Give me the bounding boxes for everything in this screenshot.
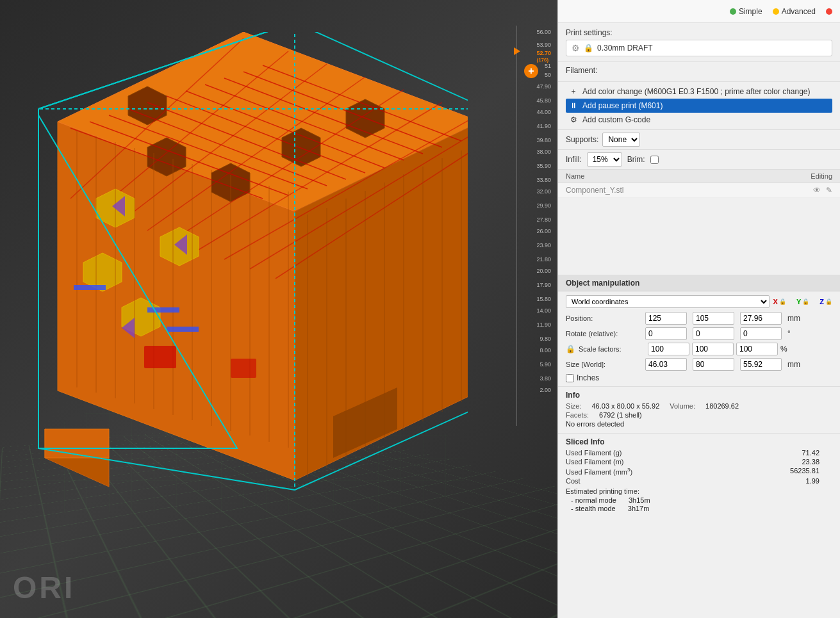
filament-m-row: Used Filament (m) 23.38: [566, 458, 832, 466]
advanced-mode-option[interactable]: Advanced: [773, 7, 816, 16]
filament-label: Filament:: [566, 66, 832, 75]
object-row[interactable]: Component_Y.stl 👁 ✎: [558, 183, 840, 198]
rotate-x-input[interactable]: [645, 327, 687, 340]
filament-g-label: Used Filament (g): [566, 449, 622, 457]
rotate-label: Rotate (relative):: [566, 330, 643, 337]
filament-mm3-value: 56235.81: [790, 467, 819, 476]
volume-value: 180269.62: [705, 402, 739, 410]
svg-rect-57: [147, 307, 179, 313]
advanced-mode-indicator: [773, 8, 779, 15]
svg-rect-62: [144, 346, 176, 368]
size-label: Size [World]:: [566, 361, 643, 368]
origin-label: ORI: [13, 570, 75, 605]
print-settings-value: 0.30mm DRAFT: [597, 44, 653, 53]
filament-mm3-row: Used Filament (mm3) 56235.81: [566, 467, 832, 476]
right-panel: Simple Advanced Print settings: ⚙ 🔒 0.30…: [557, 0, 840, 618]
cost-value: 1.99: [806, 477, 819, 485]
simple-mode-label: Simple: [739, 7, 762, 16]
svg-marker-65: [45, 429, 109, 458]
normal-mode-label: - normal mode: [571, 496, 616, 504]
rotate-y-input[interactable]: [693, 327, 734, 340]
editing-col-header: Editing: [811, 172, 832, 180]
normal-mode-value: 3h15m: [629, 496, 650, 504]
volume-label: Volume:: [670, 402, 695, 410]
object-name: Component_Y.stl: [566, 186, 624, 195]
position-y-input[interactable]: [693, 312, 734, 325]
add-button[interactable]: +: [524, 64, 538, 78]
scale-label: Scale factors:: [579, 345, 645, 353]
facets-label: Facets:: [566, 411, 589, 419]
stealth-mode-row: - stealth mode 3h17m: [571, 505, 832, 512]
x-label: X: [773, 298, 778, 305]
position-unit: mm: [787, 314, 813, 323]
manipulation-section: Object manipulation World coordinatesLoc…: [558, 275, 840, 387]
y-lock-icon: 🔒: [802, 298, 809, 305]
pause-print-icon: ⏸: [568, 101, 579, 111]
infill-select[interactable]: 15%: [587, 152, 622, 167]
size-z-input[interactable]: [740, 358, 782, 371]
svg-rect-56: [74, 285, 106, 290]
close-button[interactable]: [826, 8, 832, 15]
eye-icon[interactable]: 👁: [813, 186, 821, 195]
svg-rect-58: [167, 327, 199, 332]
filament-mm3-label: Used Filament (mm3): [566, 467, 632, 476]
info-errors-row: No errors detected: [566, 420, 832, 428]
scale-lock-icon: 🔒: [566, 345, 576, 354]
info-size-row: Size: 46.03 x 80.00 x 55.92 Volume: 1802…: [566, 402, 832, 410]
size-x-input[interactable]: [645, 358, 687, 371]
top-bar: Simple Advanced: [558, 0, 840, 23]
3d-object: [19, 32, 468, 512]
svg-rect-63: [231, 359, 256, 378]
position-x-input[interactable]: [645, 312, 687, 325]
facets-value: 6792 (1 shell): [599, 411, 642, 419]
supports-row: Supports: None: [558, 130, 840, 150]
action-color-change-label: Add color change (M600G1 E0.3 F1500 ; pr…: [582, 87, 811, 96]
coord-system-select[interactable]: World coordinatesLocal coordinates: [566, 295, 770, 308]
action-custom-gcode-label: Add custom G-code: [582, 115, 650, 124]
actions-section: + Add color change (M600G1 E0.3 F1500 ; …: [558, 82, 840, 130]
filament-g-value: 71.42: [802, 449, 819, 457]
info-header: Info: [566, 391, 832, 400]
action-custom-gcode[interactable]: ⚙ Add custom G-code: [566, 113, 832, 127]
stealth-mode-value: 3h17m: [628, 505, 650, 512]
errors-value: No errors detected: [566, 420, 624, 428]
y-axis-header: Y 🔒: [796, 298, 809, 305]
scale-y-input[interactable]: [692, 343, 734, 355]
brim-checkbox[interactable]: [650, 156, 659, 164]
sliced-header: Sliced Info: [566, 437, 832, 446]
brim-label: Brim:: [627, 155, 645, 164]
supports-select[interactable]: None: [602, 133, 640, 147]
z-lock-icon: 🔒: [825, 298, 832, 305]
scale-row: 🔒 Scale factors: %: [566, 343, 832, 355]
inches-checkbox[interactable]: [566, 374, 574, 382]
scale-z-input[interactable]: [736, 343, 778, 355]
object-actions: 👁 ✎: [813, 186, 832, 195]
size-info-label: Size:: [566, 402, 581, 410]
action-pause-print[interactable]: ⏸ Add pause print (M601): [566, 99, 832, 113]
edit-icon[interactable]: ✎: [826, 186, 832, 195]
advanced-mode-label: Advanced: [782, 7, 816, 16]
position-row: Position: mm: [566, 312, 832, 325]
scale-unit: %: [780, 345, 806, 354]
x-lock-icon: 🔒: [779, 298, 786, 305]
simple-mode-option[interactable]: Simple: [730, 7, 762, 16]
filament-section: Filament:: [558, 62, 840, 82]
sliced-info-section: Sliced Info Used Filament (g) 71.42 Used…: [558, 434, 840, 517]
action-color-change[interactable]: + Add color change (M600G1 E0.3 F1500 ; …: [566, 85, 832, 99]
print-settings-section: Print settings: ⚙ 🔒 0.30mm DRAFT: [558, 23, 840, 62]
infill-row: Infill: 15% Brim:: [558, 150, 840, 170]
print-settings-row[interactable]: ⚙ 🔒 0.30mm DRAFT: [566, 40, 832, 56]
scale-x-input[interactable]: [648, 343, 689, 355]
position-z-input[interactable]: [740, 312, 782, 325]
supports-label: Supports:: [566, 135, 598, 144]
object-list-header: Name Editing: [558, 170, 840, 183]
size-y-input[interactable]: [693, 358, 734, 371]
rotate-z-input[interactable]: [740, 327, 782, 340]
print-settings-label: Print settings:: [566, 28, 832, 37]
filament-m-label: Used Filament (m): [566, 458, 623, 466]
3d-viewport[interactable]: 56.00 53.90 52.70(176) 51 50 47.90 45.80…: [0, 0, 557, 618]
simple-mode-indicator: [730, 8, 736, 15]
inches-row: Inches: [566, 373, 832, 382]
size-unit: mm: [787, 360, 813, 369]
color-change-icon: +: [568, 86, 579, 97]
